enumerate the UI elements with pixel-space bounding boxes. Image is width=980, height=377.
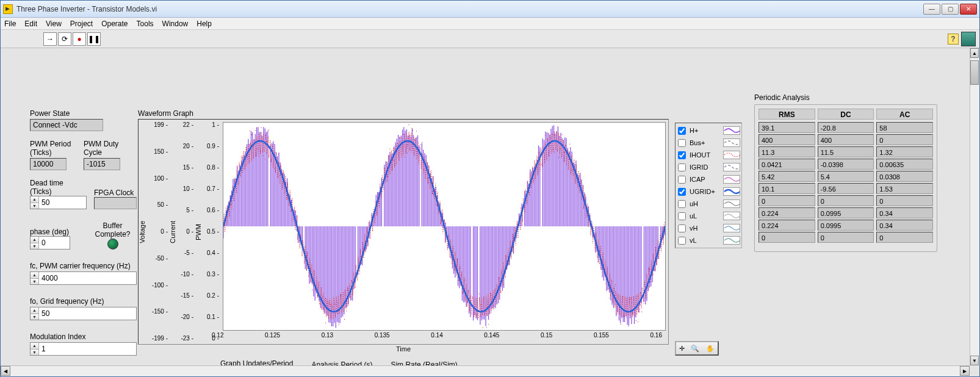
svg-point-404 [406,153,407,153]
up-arrow-icon[interactable]: ▲ [31,343,38,350]
legend-swatch[interactable] [723,187,740,196]
close-button[interactable]: ✕ [960,4,977,15]
svg-point-528 [641,312,642,312]
legend-checkbox[interactable] [678,212,686,220]
up-arrow-icon[interactable]: ▲ [31,196,38,203]
legend-checkbox[interactable] [678,200,686,208]
legend-swatch[interactable] [723,163,740,171]
pan-tool-icon[interactable]: ✋ [706,345,715,353]
legend-checkbox[interactable] [678,127,686,135]
run-button[interactable]: → [43,32,57,46]
legend-row[interactable]: IHOUT [677,149,740,161]
legend-swatch[interactable] [723,199,740,208]
scroll-thumb[interactable] [970,60,979,85]
table-cell: 10.1 [758,183,815,194]
svg-point-456 [505,277,506,278]
down-arrow-icon[interactable]: ▼ [31,314,38,320]
scroll-down-icon[interactable]: ▼ [970,356,979,365]
help-icon[interactable]: ? [948,34,959,45]
scroll-right-icon[interactable]: ▶ [960,366,970,376]
titlebar[interactable]: Three Phase Inverter - Transistor Models… [1,1,979,18]
svg-point-374 [350,296,350,296]
pause-button[interactable]: ❚❚ [87,32,101,46]
plot-legend[interactable]: H+Bus+IHOUTIGRIDICAPUGRID+uHuLvHvL [675,123,742,248]
waveform-graph[interactable]: Voltage 199 -150 -100 -50 -0 --50 --100 … [138,119,669,345]
mi-input[interactable] [39,343,70,355]
legend-row[interactable]: ICAP [677,173,740,185]
table-row: 000 [758,232,933,243]
svg-point-483 [556,131,557,132]
down-arrow-icon[interactable]: ▼ [31,243,38,250]
legend-checkbox[interactable] [678,163,686,171]
legend-swatch[interactable] [723,126,740,135]
legend-checkbox[interactable] [678,139,686,147]
mi-control[interactable]: ▲▼ [30,342,137,356]
maximize-button[interactable]: ▢ [942,4,959,15]
menu-view[interactable]: View [46,20,62,28]
svg-point-392 [384,168,384,168]
down-arrow-icon[interactable]: ▼ [31,203,38,209]
menu-edit[interactable]: Edit [24,20,37,28]
legend-swatch[interactable] [723,151,740,159]
cursor-tool-icon[interactable]: ✛ [679,345,685,353]
legend-row[interactable]: H+ [677,124,740,137]
fo-input[interactable] [39,307,70,320]
abort-button[interactable]: ● [73,32,86,46]
up-arrow-icon[interactable]: ▲ [31,237,38,243]
legend-checkbox[interactable] [678,151,686,159]
legend-swatch[interactable] [723,138,740,147]
menubar[interactable]: File Edit View Project Operate Tools Win… [1,18,979,30]
down-arrow-icon[interactable]: ▼ [31,350,38,356]
svg-point-523 [632,312,633,313]
legend-row[interactable]: uH [677,198,740,210]
legend-row[interactable]: Bus+ [677,137,740,149]
menu-operate[interactable]: Operate [101,20,128,28]
menu-file[interactable]: File [4,20,16,28]
svg-point-408 [414,140,415,140]
fo-control[interactable]: ▲▼ [30,307,137,320]
scroll-left-icon[interactable]: ◀ [1,366,10,376]
fc-control[interactable]: ▲▼ [30,271,137,285]
legend-checkbox[interactable] [678,188,686,196]
up-arrow-icon[interactable]: ▲ [31,307,38,314]
dead-time-control[interactable]: ▲▼ [30,196,87,209]
run-continuous-button[interactable]: ⟳ [58,32,71,46]
legend-swatch[interactable] [723,212,740,220]
legend-checkbox[interactable] [678,224,686,232]
minimize-button[interactable]: — [923,4,940,15]
fc-input[interactable] [39,272,70,284]
legend-swatch[interactable] [723,175,740,184]
menu-tools[interactable]: Tools [137,20,154,28]
phase-control[interactable]: ▲▼ [30,236,70,250]
horizontal-scrollbar[interactable]: ◀ ▶ [1,365,970,376]
table-cell: 0 [758,232,815,243]
zoom-tool-icon[interactable]: 🔍 [691,345,699,353]
menu-help[interactable]: Help [196,20,212,28]
menu-window[interactable]: Window [162,20,189,28]
vi-icon[interactable] [961,32,976,46]
legend-row[interactable]: IGRID [677,161,740,173]
legend-swatch[interactable] [723,236,740,245]
dead-time-input[interactable] [39,196,70,209]
periodic-analysis-cluster: Periodic Analysis RMS DC AC 39.1-20.8584… [754,93,937,252]
y2-axis-label: Current [169,221,176,243]
up-arrow-icon[interactable]: ▲ [31,272,38,279]
table-cell: -9.56 [818,183,874,194]
plot-canvas[interactable] [223,122,666,331]
legend-row[interactable]: vL [677,234,740,246]
svg-point-527 [640,293,640,294]
svg-point-534 [653,274,654,275]
phase-input[interactable] [39,237,70,249]
legend-row[interactable]: uL [677,210,740,222]
legend-swatch[interactable] [723,224,740,232]
menu-project[interactable]: Project [70,20,93,28]
scroll-up-icon[interactable]: ▲ [970,48,979,58]
legend-row[interactable]: UGRID+ [677,185,740,198]
down-arrow-icon[interactable]: ▼ [31,279,38,285]
graph-palette[interactable]: ✛ 🔍 ✋ [675,341,719,356]
app-window: Three Phase Inverter - Transistor Models… [0,0,980,377]
legend-row[interactable]: vH [677,222,740,234]
vertical-scrollbar[interactable]: ▲ ▼ [970,48,979,365]
legend-checkbox[interactable] [678,237,686,245]
legend-checkbox[interactable] [678,176,686,184]
